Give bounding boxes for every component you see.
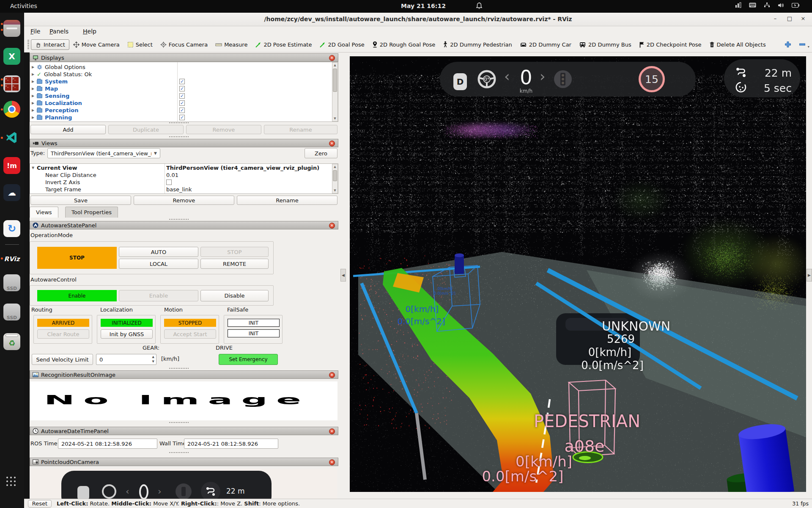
spin-arrows[interactable]: ▲▼: [152, 355, 154, 364]
dock-vscode-icon[interactable]: [3, 129, 20, 146]
activities-button[interactable]: Activities: [10, 3, 37, 9]
tree-row-system[interactable]: ▶System: [32, 78, 176, 85]
menu-help[interactable]: Help: [83, 28, 96, 35]
splitter-handle[interactable]: [169, 219, 189, 220]
tree-row-sensing[interactable]: ▶Sensing: [32, 92, 176, 99]
rename-view-button[interactable]: Rename: [237, 196, 337, 205]
dock-files-icon[interactable]: [3, 20, 20, 37]
checkbox-perception[interactable]: ✓: [179, 108, 185, 113]
tool-2d-pose-estimate[interactable]: 2D Pose Estimate: [251, 40, 315, 50]
clear-route-button[interactable]: Clear Route: [37, 329, 89, 339]
close-panel-icon[interactable]: ✕: [329, 372, 335, 378]
checkbox-planning[interactable]: ✓: [179, 115, 185, 120]
reset-button[interactable]: Reset: [28, 500, 52, 508]
displays-panel-header[interactable]: Displays ✕: [30, 53, 338, 62]
view-properties-table[interactable]: ▼Current View ThirdPersonView (tier4_cam…: [30, 163, 338, 194]
accept-start-button[interactable]: Accept Start: [164, 329, 216, 339]
tool-delete-all-objects[interactable]: Delete All Objects: [705, 40, 770, 50]
tab-tool-properties[interactable]: Tool Properties: [65, 207, 118, 218]
tool-select[interactable]: Select: [123, 40, 156, 50]
send-velocity-limit-button[interactable]: Send Velocity Limit: [32, 354, 93, 365]
remove-display-button[interactable]: Remove: [186, 125, 261, 134]
dock-rviz-icon[interactable]: RViz: [3, 251, 20, 268]
views-scrollbar[interactable]: ▲▼: [332, 164, 338, 193]
tree-row-global-status[interactable]: ▶ ✓ Global Status: Ok: [32, 71, 176, 78]
close-button[interactable]: ×: [798, 15, 808, 24]
checkbox-map[interactable]: ✓: [179, 86, 185, 91]
tree-row-localization[interactable]: ▶Localization: [32, 99, 176, 107]
remove-view-button[interactable]: Remove: [134, 196, 234, 205]
tree-row-perception[interactable]: ▶Perception: [32, 107, 176, 114]
dock-terminator-icon[interactable]: >_>_>_>_: [3, 75, 20, 92]
show-applications-icon[interactable]: [6, 477, 16, 486]
splitter-handle[interactable]: [169, 368, 189, 369]
tool-measure[interactable]: Measure: [211, 40, 251, 50]
prop-distance[interactable]: Distance: [45, 192, 69, 194]
remove-tool-button[interactable]: ▾: [795, 39, 812, 50]
operation-mode-stop-button[interactable]: STOP: [37, 247, 117, 269]
clock[interactable]: May 21 16:12: [401, 3, 446, 9]
zero-button[interactable]: Zero: [304, 148, 337, 158]
prop-near-clip[interactable]: Near Clip Distance: [45, 171, 96, 179]
disable-button[interactable]: Disable: [200, 290, 269, 301]
minimize-button[interactable]: –: [771, 15, 780, 24]
splitter-collapse-left[interactable]: ◀: [340, 269, 346, 282]
add-display-button[interactable]: Add: [30, 125, 106, 134]
system-tray[interactable]: [735, 2, 799, 8]
splitter-handle[interactable]: [169, 122, 189, 123]
invert-z-checkbox[interactable]: [166, 179, 172, 185]
notification-bell-icon[interactable]: [476, 2, 483, 11]
tree-row-global-options[interactable]: ▶ Global Options: [32, 64, 176, 71]
autoware-state-panel-header[interactable]: AutowareStatePanel ✕: [30, 221, 338, 229]
velocity-limit-spinbox[interactable]: 0 ▲▼: [96, 354, 156, 365]
prop-current-view[interactable]: ▼Current View: [32, 164, 163, 171]
dock-software-update-icon[interactable]: ↻: [3, 220, 20, 237]
auto-button[interactable]: AUTO: [119, 247, 198, 257]
checkbox-localization[interactable]: ✓: [179, 100, 185, 106]
close-panel-icon[interactable]: ✕: [329, 428, 335, 434]
tree-row-map[interactable]: ▶Map: [32, 85, 176, 92]
stop-button-disabled[interactable]: STOP: [200, 247, 269, 257]
tool-move-camera[interactable]: Move Camera: [69, 40, 123, 50]
duplicate-display-button[interactable]: Duplicate: [108, 125, 184, 134]
tool-2d-dummy-car[interactable]: 2D Dummy Car: [516, 40, 575, 50]
views-panel-header[interactable]: Views ✕: [30, 139, 338, 147]
remote-button[interactable]: REMOTE: [200, 259, 269, 269]
ros-time-field[interactable]: 2024-05-21 08:12:58.926: [58, 439, 157, 449]
datetime-panel-header[interactable]: AutowareDateTimePanel ✕: [30, 427, 338, 435]
splitter-handle[interactable]: [169, 422, 189, 423]
view-type-dropdown[interactable]: ThirdPersonView (tier4_camera_view_rviz_…: [47, 148, 160, 158]
menu-file[interactable]: File: [30, 28, 40, 35]
dock-ssd-icon[interactable]: SSD: [3, 274, 20, 291]
recognition-panel-header[interactable]: RecognitionResultOnImage ✕: [30, 370, 338, 379]
add-tool-button[interactable]: [781, 39, 795, 50]
dock-spreadsheet-icon[interactable]: X: [3, 48, 20, 65]
dock-cloud-terminal-icon[interactable]: ☁: [3, 184, 20, 201]
enable-button[interactable]: Enable: [37, 290, 117, 301]
tab-views[interactable]: Views: [30, 207, 58, 218]
displays-tree[interactable]: ▶ Global Options ▶ ✓ Global Status: Ok ▶…: [30, 62, 338, 122]
tool-2d-dummy-pedestrian[interactable]: 2D Dummy Pedestrian: [439, 39, 516, 50]
dock-chrome-icon[interactable]: [3, 101, 20, 118]
displays-scrollbar[interactable]: ▲▼: [332, 62, 338, 121]
menu-panels[interactable]: Panels: [49, 28, 69, 35]
dock-ssd2-icon[interactable]: SSD: [3, 304, 20, 320]
close-panel-icon[interactable]: ✕: [329, 141, 335, 146]
close-panel-icon[interactable]: ✕: [329, 459, 335, 465]
close-panel-icon[interactable]: ✕: [329, 55, 335, 61]
tool-2d-rough-goal-pose[interactable]: 2D Rough Goal Pose: [368, 39, 439, 50]
pointcloud-camera-panel-header[interactable]: PointcloudOnCamera ✕: [30, 458, 338, 466]
tool-2d-dummy-bus[interactable]: 2D Dummy Bus: [575, 40, 635, 50]
tool-2d-goal-pose[interactable]: 2D Goal Pose: [315, 40, 368, 50]
splitter-collapse-right[interactable]: ▶: [807, 269, 812, 282]
wall-time-field[interactable]: 2024-05-21 08:12:58.926: [184, 439, 278, 449]
splitter-handle[interactable]: [169, 452, 189, 453]
rename-display-button[interactable]: Rename: [264, 125, 337, 134]
enable-button-disabled[interactable]: Enable: [119, 290, 198, 301]
dock-trash-icon[interactable]: ♻: [3, 333, 20, 350]
maximize-button[interactable]: □: [785, 15, 794, 24]
splitter-handle[interactable]: [169, 136, 189, 137]
render-viewport[interactable]: UNKNOWN 5269 0[km/h] 0.0[m/s^2] PEDESTRI…: [350, 56, 806, 492]
tool-interact[interactable]: Interact: [31, 39, 69, 50]
save-view-button[interactable]: Save: [30, 196, 131, 205]
